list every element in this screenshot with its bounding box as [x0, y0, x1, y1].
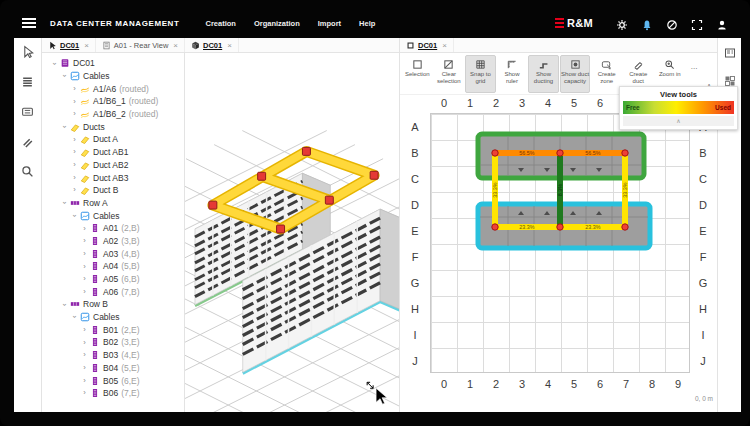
tree-item[interactable]: › B03 (4,E) [46, 349, 184, 362]
chevron-right-icon[interactable]: › [80, 263, 89, 271]
chevron-right-icon[interactable]: › [70, 110, 79, 118]
chevron-right-icon[interactable]: › [70, 136, 79, 144]
chevron-down-icon[interactable]: › [61, 198, 69, 207]
rack-icon [90, 274, 100, 284]
chevron-right-icon[interactable]: › [70, 174, 79, 182]
tree-item[interactable]: › Cables [46, 311, 184, 324]
tree-item[interactable]: › B06 (7,E) [46, 387, 184, 400]
duct-icon [70, 122, 80, 132]
tree-item[interactable]: › A05 (6,B) [46, 273, 184, 286]
chevron-down-icon[interactable]: › [71, 313, 79, 322]
selection-button[interactable]: Selection [402, 55, 433, 93]
menu-item-creation[interactable]: Creation [206, 19, 236, 28]
chevron-right-icon[interactable]: › [80, 225, 89, 233]
tree-item[interactable]: › A04 (5,B) [46, 260, 184, 273]
tree-item[interactable]: › A1/B6_2 (routed) [46, 108, 184, 121]
chevron-right-icon[interactable]: › [70, 98, 79, 106]
chevron-down-icon[interactable]: › [61, 300, 69, 309]
duct-tool-button[interactable] [21, 134, 34, 147]
chevron-down-icon[interactable]: › [61, 122, 69, 131]
properties-panel-button[interactable] [724, 45, 736, 57]
hamburger-menu-icon[interactable] [22, 18, 36, 28]
tree-item[interactable]: › Duct AB2 [46, 159, 184, 172]
chevron-right-icon[interactable]: › [80, 351, 89, 359]
account-icon[interactable] [716, 17, 728, 29]
tree-item[interactable]: › B02 (3,E) [46, 336, 184, 349]
snap-to-grid-button[interactable]: Snap to grid [465, 55, 496, 93]
view-tools-collapse-button[interactable]: ∧ [623, 116, 734, 126]
chevron-right-icon[interactable]: › [80, 389, 89, 397]
duct-icon [80, 134, 90, 144]
chevron-right-icon[interactable]: › [80, 250, 89, 258]
chevron-down-icon[interactable]: › [61, 72, 69, 81]
chevron-right-icon[interactable]: › [80, 288, 89, 296]
chevron-right-icon[interactable]: › [80, 237, 89, 245]
close-icon[interactable]: × [442, 41, 447, 50]
tree-item[interactable]: › A03 (4,B) [46, 247, 184, 260]
tree-item[interactable]: › Cables [46, 209, 184, 222]
grid-col-label: 1 [457, 97, 483, 109]
view3d-canvas[interactable] [185, 53, 399, 412]
tab-dc01-plan[interactable]: DC01 × [400, 38, 454, 52]
tree-item-label: A06 [103, 287, 118, 297]
chevron-right-icon[interactable]: › [70, 161, 79, 169]
tree-item[interactable]: › B01 (2,E) [46, 323, 184, 336]
tab-dc01-tree[interactable]: DC01 × [42, 38, 96, 52]
close-icon[interactable]: × [84, 41, 89, 50]
close-icon[interactable]: × [173, 41, 178, 50]
patch-tool-button[interactable] [21, 104, 34, 117]
chevron-down-icon[interactable]: › [71, 211, 79, 220]
clear-selection-button[interactable]: Clear selection [434, 55, 465, 93]
show-duct-capacity-button[interactable]: Show duct capacity [560, 55, 591, 93]
notifications-icon[interactable] [641, 17, 653, 29]
menu-item-organization[interactable]: Organization [254, 19, 300, 28]
tab-dc01-3d[interactable]: DC01 × [185, 38, 239, 52]
chevron-right-icon[interactable]: › [70, 186, 79, 194]
tree-item[interactable]: › Duct A [46, 133, 184, 146]
chevron-right-icon[interactable]: › [80, 339, 89, 347]
tree-item[interactable]: › B05 (6,E) [46, 374, 184, 387]
chevron-right-icon[interactable]: › [70, 85, 79, 93]
chevron-right-icon[interactable]: › [80, 275, 89, 283]
close-icon[interactable]: × [227, 41, 232, 50]
rack-icon [90, 337, 100, 347]
tree-item[interactable]: › A1/A6 (routed) [46, 82, 184, 95]
chevron-right-icon[interactable]: › [80, 326, 89, 334]
tree-item[interactable]: › A02 (3,B) [46, 235, 184, 248]
grid-row-label: E [409, 218, 421, 244]
tree-item[interactable]: › Cables [46, 70, 184, 83]
svg-text:33.3%: 33.3% [492, 182, 498, 197]
tree-item[interactable]: › A06 (7,B) [46, 285, 184, 298]
tree-item[interactable]: › B04 (5,E) [46, 362, 184, 375]
show-ruler-button[interactable]: Show ruler [497, 55, 528, 93]
tree-item[interactable]: › Row B [46, 298, 184, 311]
chevron-right-icon[interactable]: › [80, 377, 89, 385]
tree-item[interactable]: › Ducts [46, 120, 184, 133]
chevron-down-icon[interactable]: › [51, 59, 59, 68]
tree-item[interactable]: › A1/B6_1 (routed) [46, 95, 184, 108]
tree-item[interactable]: › Duct AB1 [46, 146, 184, 159]
list-tool-button[interactable] [21, 74, 34, 87]
block-icon[interactable] [666, 17, 678, 29]
menu-item-help[interactable]: Help [359, 19, 375, 28]
cursor-tool-button[interactable] [21, 44, 34, 57]
tree-item[interactable]: › Duct AB3 [46, 171, 184, 184]
menu-item-import[interactable]: Import [318, 19, 341, 28]
search-tool-button[interactable] [21, 164, 34, 177]
floorplan-overlay[interactable]: 56.5% 56.5% 23.3% 23.3% 33.3% 33.3% 8.3% [430, 113, 692, 375]
fullscreen-icon[interactable] [691, 17, 703, 29]
tree-item[interactable]: › DC01 [46, 57, 184, 70]
tree-item[interactable]: › Row A [46, 197, 184, 210]
show-ducting-button[interactable]: Show ducting [528, 55, 559, 93]
create-zone-button[interactable]: Create zone [591, 55, 622, 93]
chevron-right-icon[interactable]: › [70, 148, 79, 156]
layout-panel-button[interactable] [724, 73, 736, 85]
grid-row-labels-right: ABCDEFGHIJ [697, 114, 709, 374]
settings-icon[interactable] [616, 17, 628, 29]
tab-a01-rear-view[interactable]: A01 - Rear View × [96, 38, 185, 52]
tree-item[interactable]: › Duct B [46, 184, 184, 197]
chevron-right-icon[interactable]: › [80, 364, 89, 372]
tree-item[interactable]: › A01 (2,B) [46, 222, 184, 235]
rack-icon [90, 261, 100, 271]
grid-row-label: C [409, 166, 421, 192]
